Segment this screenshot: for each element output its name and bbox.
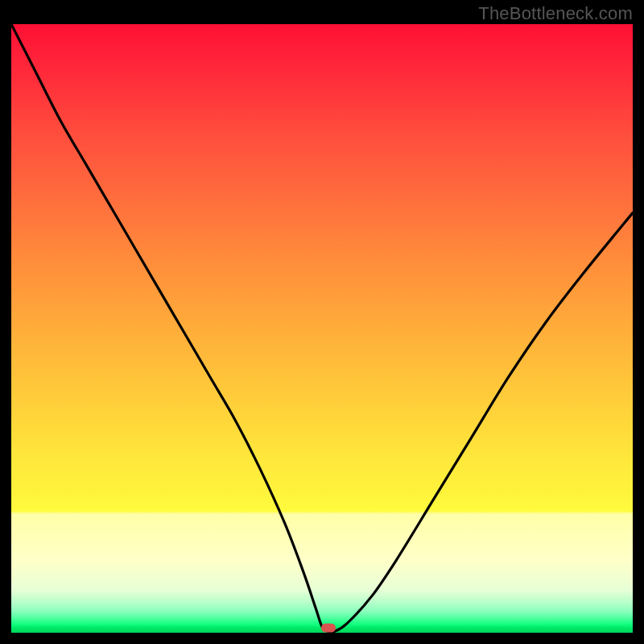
plot-area [11, 24, 633, 633]
chart-frame: TheBottleneck.com [0, 0, 644, 644]
watermark-text: TheBottleneck.com [478, 3, 633, 24]
bottleneck-curve [11, 24, 633, 633]
optimal-point-marker [321, 623, 336, 632]
